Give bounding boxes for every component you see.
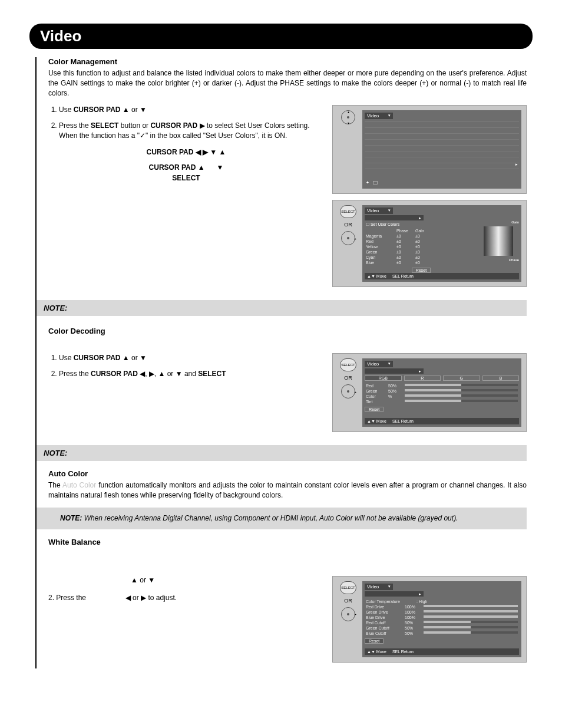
- osd-tab-video: Video: [365, 113, 393, 119]
- white-balance-heading: White Balance: [48, 538, 527, 546]
- auto-color-body: The Auto Color function automatically mo…: [48, 480, 527, 500]
- osd-row: Green±0±0: [365, 249, 478, 255]
- osd-panel-1: ▴▾ Video ▸ ✦: [332, 105, 527, 194]
- osd-panel-4: SELECT OR ▸ Video Color Temperature: Hig…: [332, 576, 527, 663]
- wb-step-1: ▲ or ▼: [48, 576, 324, 584]
- cm-step-1: Use CURSOR PAD ▲ or ▼: [59, 105, 324, 115]
- color-decoding-heading: Color Decoding: [48, 327, 527, 335]
- osd-row: Blue Drive100%: [365, 615, 519, 620]
- cm-step-2: Press the SELECT button or CURSOR PAD ▶ …: [59, 121, 324, 141]
- osd-nav-icon: ✦: [366, 180, 369, 185]
- section-title: Video: [40, 27, 522, 45]
- note-3: NOTE: When receiving Antenna Digital Cha…: [37, 508, 527, 529]
- cursor-line-3: SELECT: [48, 174, 324, 182]
- osd-row: Color%: [365, 394, 519, 399]
- osd-row: Red50%: [365, 383, 519, 388]
- cursor-line-2: CURSOR PAD ▲ ▼: [48, 163, 324, 172]
- osd-row: Red Drive100%: [365, 604, 519, 610]
- osd-row: Yellow±0±0: [365, 244, 478, 249]
- osd-row: Green50%: [365, 388, 519, 394]
- section-title-bar: Video: [29, 24, 533, 49]
- osd-row: Magenta±0±0: [365, 233, 478, 239]
- color-swatch: [484, 226, 513, 256]
- color-management-heading: Color Management: [48, 57, 527, 66]
- osd-tab: RGB: [365, 375, 402, 381]
- osd-row: Cyan±0±0: [365, 255, 478, 260]
- select-button-icon: SELECT: [340, 205, 356, 218]
- osd-row: Red±0±0: [365, 239, 478, 244]
- osd-row: Blue Cutoff50%: [365, 631, 519, 636]
- cd-step-2: Press the CURSOR PAD ◀, ▶, ▲ or ▼ and SE…: [59, 369, 324, 379]
- osd-row: Tint: [365, 399, 519, 404]
- cursor-line-1: CURSOR PAD ◀ ▶ ▼ ▲: [48, 148, 324, 156]
- or-label: OR: [344, 222, 352, 228]
- osd-tab: G: [443, 375, 480, 381]
- note-1: NOTE:: [37, 300, 527, 316]
- dpad-icon: ▴▾: [341, 110, 355, 124]
- osd-row: Green Drive100%: [365, 610, 519, 615]
- wb-step-2: 2. Press the ◀ or ▶ to adjust.: [48, 594, 324, 602]
- dpad-right-icon: ▸: [341, 231, 355, 245]
- osd-tab: B: [482, 375, 520, 381]
- osd-panel-3: SELECT OR ▸ Video RGBRGB Red50%Green50%C…: [332, 353, 527, 432]
- osd-panel-2: SELECT OR ▸ Video ☐ Set User Colors Phas…: [332, 200, 527, 287]
- cd-step-1: Use CURSOR PAD ▲ or ▼: [59, 353, 324, 363]
- osd-row: Green Cutoff50%: [365, 625, 519, 631]
- note-2: NOTE:: [37, 445, 527, 461]
- osd-row: Blue±0±0: [365, 260, 478, 265]
- osd-tab: R: [404, 375, 441, 381]
- color-management-intro: Use this function to adjust and balance …: [48, 68, 527, 98]
- auto-color-heading: Auto Color: [48, 469, 527, 478]
- osd-row: Red Cutoff50%: [365, 620, 519, 625]
